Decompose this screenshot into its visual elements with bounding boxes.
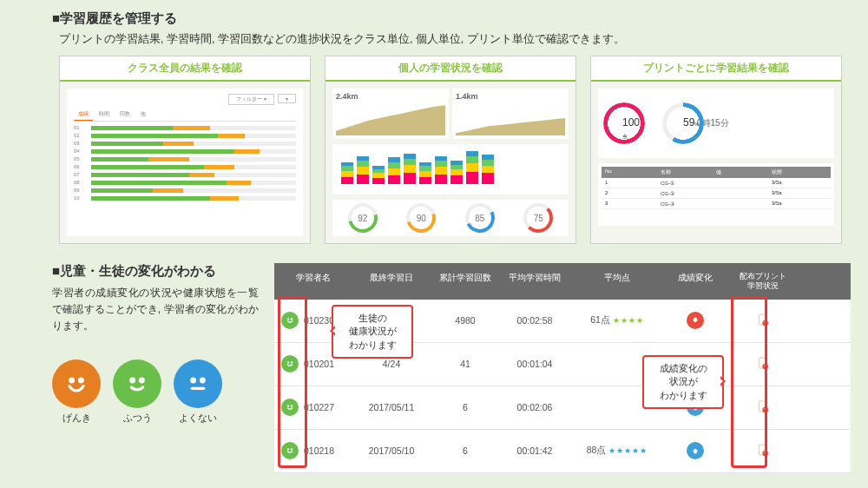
card-header: 個人の学習状況を確認	[326, 56, 575, 82]
card-header: クラス全員の結果を確認	[60, 56, 310, 82]
cell-count: 41	[431, 359, 500, 369]
hbar-row: 10	[74, 195, 296, 201]
table-row[interactable]: 0102272017/05/11600:02:06	[274, 386, 851, 430]
dropdown[interactable]: フィルター ▾	[228, 94, 274, 105]
health-icon	[281, 442, 299, 459]
card-print-results: プリントごとに学習結果を確認 100点 59% 0時15分 No名称値状態 1C…	[590, 56, 842, 244]
cell-avg: 61点 ★★★★	[569, 314, 665, 326]
cell-date: 4/24	[352, 359, 431, 369]
hbar-row: 09	[74, 188, 296, 193]
face-icon	[174, 359, 222, 408]
health-icon	[281, 399, 299, 416]
svg-point-22	[762, 406, 768, 412]
hbar-row: 04	[74, 148, 296, 154]
student-id: 010227	[304, 402, 334, 412]
table-row[interactable]: 0102182017/05/10600:01:4288点 ★★★★★	[274, 430, 851, 473]
mini-tab[interactable]: 時間	[95, 109, 114, 121]
health-face-yokunai: よくない	[174, 359, 222, 425]
cell-time: 00:01:42	[500, 445, 569, 456]
svg-point-20	[291, 406, 292, 406]
dist-status-icon	[756, 399, 770, 415]
stacked-bar	[419, 162, 431, 184]
card-body: 100点 59% 0時15分 No名称値状態 1CG-①3/5a2CG-②3/5…	[591, 82, 841, 243]
cell-count: 6	[431, 402, 500, 412]
cards-row: クラス全員の結果を確認 フィルター ▾ ▾ 成績 時間 回数 他 0102030…	[59, 56, 842, 244]
stacked-bar	[341, 162, 353, 184]
col-header-avg: 平均点	[569, 263, 665, 300]
hbar-row: 06	[74, 164, 296, 169]
student-change-table: 学習者名 最終学習日 累計学習回数 平均学習時間 平均点 成績変化 配布プリント…	[274, 263, 851, 473]
print-mini-table: No名称値状態 1CG-①3/5a2CG-②3/5a3CG-③3/5a	[598, 163, 834, 226]
student-id: 010230	[304, 315, 334, 326]
svg-point-10	[291, 319, 292, 320]
col-header-name: 学習者名	[274, 263, 352, 300]
face-icon	[52, 359, 101, 408]
col-header-change: 成績変化	[665, 263, 726, 300]
cell-time: 00:02:58	[500, 315, 569, 326]
student-id: 010201	[304, 359, 334, 369]
table-header: 学習者名 最終学習日 累計学習回数 平均学習時間 平均点 成績変化 配布プリント…	[274, 263, 851, 300]
gauge: 92	[336, 203, 390, 233]
svg-point-3	[79, 379, 82, 382]
svg-point-15	[291, 362, 292, 363]
mini-tab[interactable]: 回数	[115, 109, 135, 121]
dropdown[interactable]: ▾	[278, 94, 296, 103]
hbar-row: 02	[74, 133, 296, 138]
svg-point-14	[287, 362, 288, 363]
change-up-icon	[687, 442, 704, 459]
callout-health: 生徒の健康状況がわかります	[332, 305, 413, 359]
health-icon	[281, 355, 299, 373]
mini-table-row: 3CG-③3/5a	[602, 199, 831, 209]
dist-status-icon	[756, 443, 770, 458]
mini-table-row: 2CG-②3/5a	[602, 188, 831, 199]
section2-title: ■児童・生徒の変化がわかる	[52, 263, 259, 280]
card-header: プリントごとに学習結果を確認	[591, 56, 841, 82]
svg-point-7	[201, 379, 204, 382]
svg-point-27	[762, 450, 768, 456]
health-face-genki: げんき	[52, 359, 101, 425]
cell-date: 2017/05/11	[352, 402, 431, 412]
section1-title: ■学習履歴を管理する	[52, 10, 851, 27]
svg-point-19	[287, 406, 288, 406]
card-class-results: クラス全員の結果を確認 フィルター ▾ ▾ 成績 時間 回数 他 0102030…	[59, 56, 311, 244]
mini-tab[interactable]: 成績	[74, 109, 93, 121]
stacked-bar	[404, 154, 416, 184]
change-down-icon	[687, 312, 704, 329]
svg-rect-13	[764, 321, 766, 322]
svg-rect-23	[764, 408, 766, 409]
hbar-row: 01	[74, 125, 296, 130]
svg-point-6	[192, 379, 195, 382]
stacked-bar	[388, 157, 400, 184]
face-icon	[113, 359, 161, 408]
health-face-futsuu: ふつう	[113, 359, 161, 425]
dist-status-icon	[756, 313, 770, 328]
cell-date: 2017/05/10	[352, 445, 431, 456]
svg-rect-28	[764, 452, 766, 452]
svg-rect-18	[764, 365, 766, 366]
mini-tab[interactable]: 他	[136, 109, 150, 121]
area-chart-1: 2.4km	[332, 89, 449, 139]
cell-time: 00:01:04	[500, 359, 569, 369]
callout-change: 成績変化の状況がわかります	[642, 355, 724, 409]
hbar-row: 05	[74, 156, 296, 162]
area-chart-2: 1.4km	[452, 89, 569, 139]
health-legend: げんきふつうよくない	[52, 359, 259, 425]
face-label: ふつう	[113, 412, 161, 425]
stacked-bar	[357, 156, 369, 184]
gauge: 75	[512, 203, 566, 233]
col-header-count: 累計学習回数	[431, 263, 500, 300]
col-header-date: 最終学習日	[352, 263, 431, 300]
stacked-bar	[466, 151, 478, 184]
svg-point-9	[287, 319, 288, 320]
stacked-bar	[482, 155, 494, 184]
face-label: よくない	[174, 412, 222, 425]
stacked-bar	[372, 166, 385, 184]
mini-table-row: 1CG-①3/5a	[602, 178, 831, 188]
gauge: 90	[395, 203, 449, 233]
svg-point-25	[291, 449, 292, 450]
svg-point-24	[287, 449, 288, 450]
health-icon	[281, 312, 299, 329]
gauge-row: 92908575	[332, 200, 569, 236]
col-header-dist: 配布プリント学習状況	[726, 263, 799, 300]
col-header-time: 平均学習時間	[500, 263, 569, 300]
